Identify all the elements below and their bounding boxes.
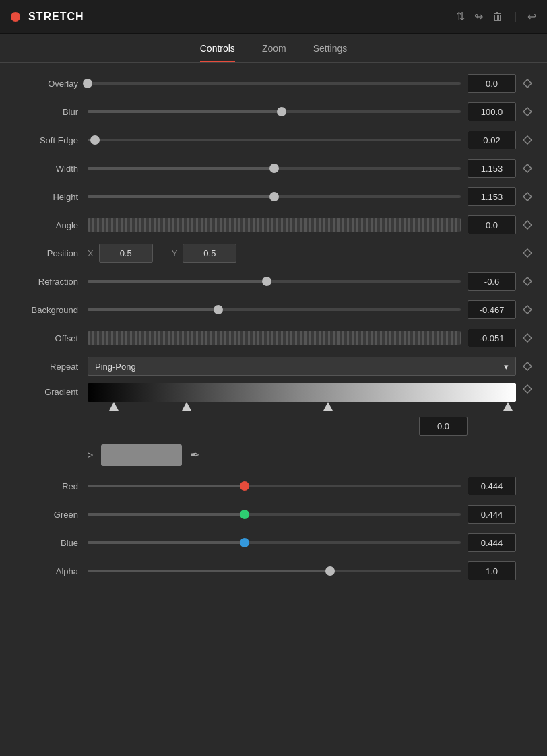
alpha-value[interactable]: 1.0 bbox=[468, 561, 516, 580]
repeat-value: Ping-Pong bbox=[95, 362, 136, 372]
overlay-value[interactable]: 0.0 bbox=[468, 74, 516, 93]
height-value[interactable]: 1.153 bbox=[468, 187, 516, 206]
angle-label: Angle bbox=[13, 220, 88, 230]
width-label: Width bbox=[13, 164, 88, 174]
svg-marker-11 bbox=[523, 385, 532, 393]
title-bar: STRETCH ⇅ ↬ 🗑 | ↩ bbox=[0, 0, 547, 34]
expand-icon[interactable]: > bbox=[88, 450, 93, 460]
offset-value[interactable]: -0.051 bbox=[468, 329, 516, 347]
blur-diamond[interactable] bbox=[521, 106, 534, 118]
red-value[interactable]: 0.444 bbox=[468, 477, 516, 495]
refraction-value[interactable]: -0.6 bbox=[468, 272, 516, 291]
background-row: Background -0.467 bbox=[13, 296, 534, 324]
offset-diamond[interactable] bbox=[521, 332, 534, 344]
tab-zoom[interactable]: Zoom bbox=[262, 43, 286, 62]
svg-marker-3 bbox=[523, 164, 532, 172]
width-slider[interactable] bbox=[88, 162, 461, 175]
gradient-bar[interactable] bbox=[88, 383, 516, 402]
background-label: Background bbox=[13, 305, 88, 315]
gradient-arrow-2[interactable] bbox=[182, 402, 191, 411]
overlay-slider[interactable] bbox=[88, 77, 461, 90]
background-value[interactable]: -0.467 bbox=[468, 300, 516, 319]
green-row: Green 0.444 bbox=[13, 500, 534, 528]
blur-slider[interactable] bbox=[88, 105, 461, 118]
gradient-arrow-4[interactable] bbox=[503, 402, 513, 411]
tab-settings[interactable]: Settings bbox=[313, 43, 348, 62]
green-value[interactable]: 0.444 bbox=[468, 505, 516, 524]
background-diamond[interactable] bbox=[521, 304, 534, 316]
position-y-value[interactable]: 0.5 bbox=[183, 244, 236, 263]
width-value[interactable]: 1.153 bbox=[468, 159, 516, 178]
position-x-value[interactable]: 0.5 bbox=[99, 244, 153, 263]
position-row: Position X 0.5 Y 0.5 bbox=[13, 239, 534, 267]
soft-edge-value[interactable]: 0.02 bbox=[468, 131, 516, 149]
overlay-diamond[interactable] bbox=[521, 77, 534, 90]
repeat-dropdown[interactable]: Ping-Pong ▾ bbox=[88, 357, 516, 376]
height-label: Height bbox=[13, 192, 88, 202]
angle-diamond[interactable] bbox=[521, 219, 534, 231]
up-down-icon[interactable]: ⇅ bbox=[456, 10, 465, 23]
gradient-arrows-container bbox=[88, 402, 516, 414]
gradient-row: Gradient bbox=[13, 380, 534, 417]
main-panel: STRETCH ⇅ ↬ 🗑 | ↩ Controls Zoom Settings… bbox=[0, 0, 547, 756]
svg-marker-10 bbox=[523, 362, 532, 370]
svg-marker-7 bbox=[523, 277, 532, 285]
title-icons: ⇅ ↬ 🗑 | ↩ bbox=[456, 10, 536, 23]
color-swatch[interactable] bbox=[101, 444, 182, 466]
svg-marker-1 bbox=[523, 108, 532, 116]
soft-edge-diamond[interactable] bbox=[521, 134, 534, 146]
overlay-row: Overlay 0.0 bbox=[13, 69, 534, 98]
status-dot bbox=[11, 12, 20, 22]
alpha-slider[interactable] bbox=[88, 564, 461, 578]
background-slider[interactable] bbox=[88, 303, 461, 316]
tab-controls[interactable]: Controls bbox=[200, 43, 235, 62]
trash-icon[interactable]: 🗑 bbox=[492, 11, 503, 23]
height-slider[interactable] bbox=[88, 190, 461, 203]
position-fields: X 0.5 Y 0.5 bbox=[88, 244, 516, 263]
repeat-label: Repeat bbox=[13, 362, 88, 372]
gradient-diamond[interactable] bbox=[521, 383, 534, 395]
eyedropper-icon[interactable]: ✒ bbox=[190, 448, 200, 462]
svg-marker-8 bbox=[523, 306, 532, 314]
offset-label: Offset bbox=[13, 333, 88, 343]
blue-value[interactable]: 0.444 bbox=[468, 533, 516, 552]
svg-marker-15 bbox=[523, 567, 532, 575]
alpha-row: Alpha 1.0 bbox=[13, 557, 534, 585]
svg-marker-2 bbox=[523, 136, 532, 144]
blue-slider[interactable] bbox=[88, 536, 461, 549]
refraction-diamond[interactable] bbox=[521, 275, 534, 287]
alpha-label: Alpha bbox=[13, 566, 88, 576]
position-x-label: X bbox=[88, 248, 94, 259]
blur-value[interactable]: 100.0 bbox=[468, 102, 516, 121]
gradient-arrow-3[interactable] bbox=[323, 402, 333, 411]
position-diamond[interactable] bbox=[521, 247, 534, 259]
width-diamond[interactable] bbox=[521, 162, 534, 174]
offset-row: Offset -0.051 bbox=[13, 324, 534, 352]
repeat-diamond[interactable] bbox=[521, 360, 534, 372]
gradient-value-row: 0.0 bbox=[13, 417, 534, 436]
offset-slider[interactable] bbox=[88, 331, 461, 345]
angle-value[interactable]: 0.0 bbox=[468, 215, 516, 234]
height-diamond[interactable] bbox=[521, 191, 534, 203]
green-slider[interactable] bbox=[88, 508, 461, 521]
red-row: Red 0.444 bbox=[13, 472, 534, 500]
gradient-arrow-1[interactable] bbox=[109, 402, 119, 411]
gradient-label: Gradient bbox=[13, 383, 88, 397]
repeat-row: Repeat Ping-Pong ▾ bbox=[13, 352, 534, 380]
panel-title: STRETCH bbox=[28, 11, 84, 23]
svg-marker-4 bbox=[523, 193, 532, 201]
refraction-slider[interactable] bbox=[88, 275, 461, 288]
svg-marker-12 bbox=[523, 482, 532, 490]
angle-slider[interactable] bbox=[88, 218, 461, 232]
refraction-label: Refraction bbox=[13, 277, 88, 287]
soft-edge-slider[interactable] bbox=[88, 133, 461, 147]
undo-icon[interactable]: ↩ bbox=[527, 10, 536, 23]
svg-marker-0 bbox=[523, 79, 532, 88]
gradient-value[interactable]: 0.0 bbox=[419, 417, 468, 436]
blue-label: Blue bbox=[13, 538, 88, 548]
red-slider[interactable] bbox=[88, 479, 461, 493]
controls-area: Overlay 0.0 Blur 100.0 bbox=[0, 63, 547, 756]
position-label: Position bbox=[13, 248, 88, 259]
blur-row: Blur 100.0 bbox=[13, 98, 534, 126]
arrow-right-icon[interactable]: ↬ bbox=[474, 10, 483, 23]
